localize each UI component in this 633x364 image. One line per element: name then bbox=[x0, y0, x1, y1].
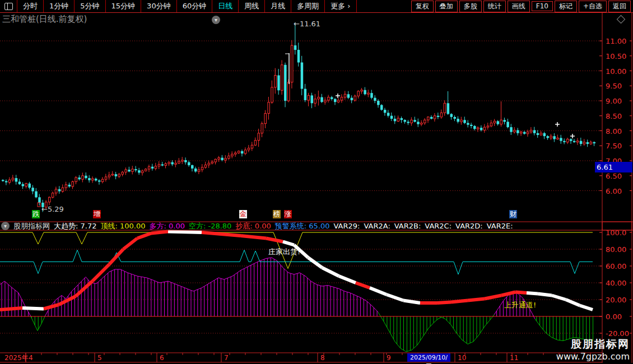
svg-text:6.00: 6.00 bbox=[606, 187, 622, 195]
indicator-header-item: VAR2E: bbox=[487, 222, 513, 230]
svg-text:9.00: 9.00 bbox=[606, 97, 622, 105]
chart-canvas[interactable]: 11.0010.5010.009.509.008.508.007.507.006… bbox=[0, 0, 633, 364]
svg-text:9.50: 9.50 bbox=[606, 82, 622, 90]
price-tag: 6.61 bbox=[595, 162, 632, 172]
month-label: 7 bbox=[224, 354, 229, 362]
indicator-header-item: 股朋指标网 bbox=[13, 221, 50, 231]
peak-price-annotation: ←11.61 bbox=[294, 20, 320, 27]
event-flag[interactable]: 财 bbox=[509, 210, 517, 218]
indicator-dropdown-icon[interactable]: ▾ bbox=[1, 222, 10, 230]
year-label: 2025年 bbox=[4, 354, 29, 361]
channel-signal-annotation: 上升通道! bbox=[504, 301, 536, 309]
svg-text:-20.00: -20.00 bbox=[606, 329, 629, 338]
month-label: 6 bbox=[160, 354, 164, 362]
indicator-header-item: 预警系统: 65.00 bbox=[275, 221, 330, 231]
indicator-header-item: VAR29: bbox=[334, 222, 360, 230]
month-label: 11 bbox=[510, 354, 518, 362]
svg-text:7.50: 7.50 bbox=[606, 142, 622, 150]
event-flag[interactable]: 榜 bbox=[273, 210, 281, 218]
indicator-header-item: VAR2A: bbox=[364, 222, 390, 230]
indicator-header-item: 顶线: 100.00 bbox=[100, 221, 145, 231]
event-flag[interactable]: 金 bbox=[239, 210, 247, 218]
app-window: 分时1分钟5分钟15分钟30分钟60分钟日线周线月线多周期更多 › 复权叠加多股… bbox=[0, 0, 633, 364]
month-label: 9 bbox=[387, 354, 391, 362]
indicator-header-item: 多方: 0.00 bbox=[149, 221, 184, 231]
svg-text:8.50: 8.50 bbox=[606, 112, 622, 120]
event-flag[interactable]: 涨 bbox=[284, 210, 292, 218]
svg-text:11.00: 11.00 bbox=[606, 37, 626, 45]
event-flag[interactable]: 增 bbox=[93, 210, 101, 218]
indicator-header-item: 抄底: 0.00 bbox=[235, 221, 271, 231]
indicator-header-item: VAR2C: bbox=[425, 222, 452, 230]
date-highlight: 2025/09/10/三 bbox=[407, 353, 450, 362]
seller-signal-annotation: 庄家出货! bbox=[268, 248, 300, 255]
svg-text:60.00: 60.00 bbox=[606, 262, 626, 270]
indicator-header-item: 大趋势: 7.72 bbox=[54, 221, 96, 231]
indicator-header[interactable]: ▾ 股朋指标网大趋势: 7.72顶线: 100.00多方: 0.00空方: -2… bbox=[1, 222, 513, 230]
svg-text:10.00: 10.00 bbox=[606, 67, 626, 76]
indicator-header-item: VAR2B: bbox=[394, 222, 421, 230]
svg-text:8.00: 8.00 bbox=[606, 127, 622, 136]
month-label: 8 bbox=[320, 354, 325, 362]
watermark-site-url: www.7gpzb.com bbox=[556, 352, 630, 361]
svg-text:10.50: 10.50 bbox=[606, 52, 626, 60]
watermark-site-name: 股朋指标网 bbox=[571, 339, 630, 349]
svg-text:20.00: 20.00 bbox=[606, 296, 626, 304]
svg-text:80.00: 80.00 bbox=[606, 245, 626, 254]
event-flag[interactable]: 跌 bbox=[32, 210, 40, 218]
month-label: 4 bbox=[29, 354, 33, 362]
svg-text:6.50: 6.50 bbox=[606, 172, 622, 180]
month-label: 5 bbox=[97, 354, 102, 362]
indicator-header-item: 空方: -28.80 bbox=[189, 221, 231, 231]
svg-text:100.0: 100.0 bbox=[606, 228, 626, 237]
indicator-header-item: VAR2D: bbox=[455, 222, 483, 230]
svg-text:40.00: 40.00 bbox=[606, 279, 626, 287]
month-label: 10 bbox=[458, 354, 466, 362]
low-price-annotation: ←5.29 bbox=[41, 206, 64, 213]
svg-text:0.00: 0.00 bbox=[606, 312, 622, 321]
